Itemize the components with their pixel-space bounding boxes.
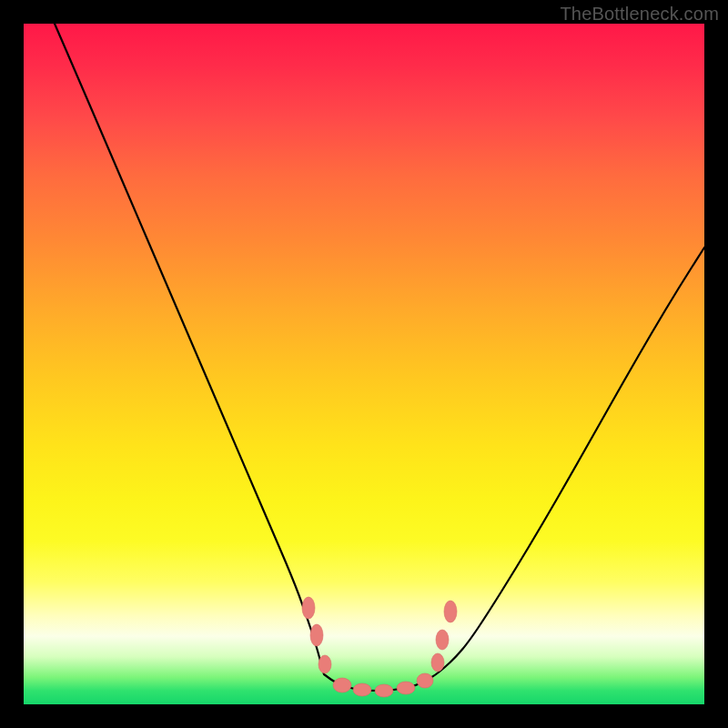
valley-dot (333, 678, 351, 693)
valley-dot (417, 673, 433, 688)
plot-area (24, 24, 704, 704)
watermark-label: TheBottleneck.com (560, 4, 719, 25)
valley-dot (302, 597, 315, 619)
curve-left-branch (55, 24, 324, 674)
valley-dot (375, 684, 393, 697)
valley-dot (444, 601, 457, 622)
valley-dot (397, 682, 415, 694)
valley-dot (431, 653, 444, 672)
valley-dot (353, 683, 371, 696)
curve-svg (24, 24, 704, 704)
valley-dot (310, 624, 323, 646)
valley-dots-group (302, 597, 457, 697)
valley-dot (436, 630, 449, 650)
valley-dot (318, 655, 331, 673)
curve-right-branch (429, 248, 704, 679)
chart-frame: TheBottleneck.com (0, 0, 728, 728)
